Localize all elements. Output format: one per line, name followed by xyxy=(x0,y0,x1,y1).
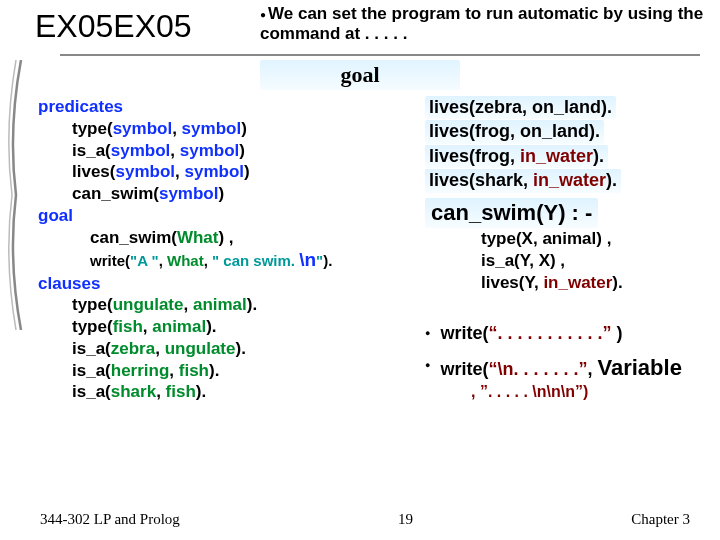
footer-right: Chapter 3 xyxy=(631,511,690,528)
rule-body-1: type(X, animal) , xyxy=(425,228,715,250)
sep: , xyxy=(172,119,181,138)
atom: animal xyxy=(152,317,206,336)
paren: ) xyxy=(244,162,250,181)
bullet-icon: ● xyxy=(425,360,430,372)
fn-canswim: can_swim( xyxy=(90,228,177,247)
atom: on_land xyxy=(520,121,589,141)
kw-clauses: clauses xyxy=(38,273,418,295)
paren: ) , xyxy=(218,228,233,247)
footer: 344-302 LP and Prolog 19 Chapter 3 xyxy=(40,511,690,528)
str: "A " xyxy=(130,252,159,269)
fn-lives: lives( xyxy=(72,162,115,181)
atom: animal xyxy=(193,295,247,314)
atom-inwater: in_water xyxy=(520,146,593,166)
footer-left: 344-302 LP and Prolog xyxy=(40,511,180,528)
header-divider xyxy=(60,54,700,56)
fn-isa: is_a( xyxy=(72,141,111,160)
fn-isa: is_a( xyxy=(72,339,111,358)
footer-page-number: 19 xyxy=(398,511,413,528)
atom: fish xyxy=(179,361,209,380)
sep: , xyxy=(169,361,178,380)
bullet-icon: ● xyxy=(425,328,430,340)
var-what: What xyxy=(167,252,204,269)
atom-inwater: in_water xyxy=(533,170,606,190)
fn-write: write( xyxy=(90,252,130,269)
paren: ) xyxy=(241,119,247,138)
paren: ). xyxy=(209,361,219,380)
goal-header: goal xyxy=(260,60,460,90)
arg: symbol xyxy=(182,119,242,138)
atom: herring xyxy=(111,361,170,380)
arg: symbol xyxy=(159,184,219,203)
right-column: lives(zebra, on_land). lives(frog, on_la… xyxy=(425,96,715,403)
sep: , xyxy=(170,141,179,160)
bullet-write-1: ● write(“. . . . . . . . . . .” ) xyxy=(425,322,715,345)
kw-predicates: predicates xyxy=(38,96,418,118)
fact-lives-4: lives(shark, in_water). xyxy=(425,169,621,192)
str: “\n. . . . . . .” xyxy=(488,359,587,379)
paren: ). xyxy=(235,339,245,358)
atom: ungulate xyxy=(113,295,184,314)
top-note: We can set the program to run automatic … xyxy=(260,4,710,45)
escape-n: \n xyxy=(299,249,316,270)
sep: , xyxy=(155,339,164,358)
atom: fish xyxy=(113,317,143,336)
fn-write: write( xyxy=(440,323,488,343)
sep: , xyxy=(204,252,212,269)
sep: , xyxy=(156,382,165,401)
fact-text: lives(shark, xyxy=(429,170,533,190)
arg: symbol xyxy=(111,141,171,160)
atom: on_land xyxy=(532,97,601,117)
paren: ). xyxy=(612,273,622,292)
slide-title: EX05EX05 xyxy=(35,8,192,45)
arg: symbol xyxy=(115,162,175,181)
fact-lives-1: lives(zebra, on_land). xyxy=(425,96,616,119)
variable-label: Variable xyxy=(597,355,681,380)
atom: ungulate xyxy=(165,339,236,358)
arg: symbol xyxy=(180,141,240,160)
sep: , xyxy=(159,252,167,269)
rule-body-3: lives(Y, in_water). xyxy=(425,272,715,294)
paren: ) xyxy=(611,323,622,343)
paren: ). xyxy=(247,295,257,314)
fact-text: lives(Y, xyxy=(481,273,543,292)
atom: shark xyxy=(111,382,156,401)
fn-write: write( xyxy=(440,359,488,379)
paren: ). xyxy=(601,97,612,117)
paren: ). xyxy=(593,146,604,166)
write-line: write("A ", What, " can swim. \n"). xyxy=(38,248,418,272)
str: “. . . . . . . . . . .” xyxy=(488,323,611,343)
paren: ). xyxy=(206,317,216,336)
var-what: What xyxy=(177,228,219,247)
atom-inwater: in_water xyxy=(543,273,612,292)
fn-type: type( xyxy=(72,119,113,138)
sep: , xyxy=(587,359,597,379)
fact-lives-2: lives(frog, on_land). xyxy=(425,120,604,143)
fn-isa: is_a( xyxy=(72,361,111,380)
paren: ). xyxy=(606,170,617,190)
bullet-write-2: ● write(“\n. . . . . . .”, Variable xyxy=(425,354,715,383)
str: " can swim. xyxy=(212,252,299,269)
fn-canswim: can_swim( xyxy=(72,184,159,203)
canswim-rule-header: can_swim(Y) : - xyxy=(425,198,598,229)
decorative-curve xyxy=(6,60,26,330)
atom: zebra xyxy=(111,339,155,358)
fact-text: lives(zebra, xyxy=(429,97,532,117)
arg: symbol xyxy=(184,162,244,181)
paren: ) xyxy=(218,184,224,203)
paren: ) xyxy=(239,141,245,160)
paren: ). xyxy=(323,252,332,269)
fn-type: type( xyxy=(72,295,113,314)
left-code-block: predicates type(symbol, symbol) is_a(sym… xyxy=(38,96,418,403)
atom: fish xyxy=(166,382,196,401)
arg: symbol xyxy=(113,119,173,138)
sep: , xyxy=(183,295,192,314)
fact-text: lives(frog, xyxy=(429,121,520,141)
fn-isa: is_a( xyxy=(72,382,111,401)
paren: ). xyxy=(196,382,206,401)
bullet-write-2-cont: , ”. . . . . \n\n\n”) xyxy=(425,382,715,403)
fact-lives-3: lives(frog, in_water). xyxy=(425,145,608,168)
fact-text: lives(frog, xyxy=(429,146,520,166)
kw-goal: goal xyxy=(38,205,418,227)
fn-type: type( xyxy=(72,317,113,336)
